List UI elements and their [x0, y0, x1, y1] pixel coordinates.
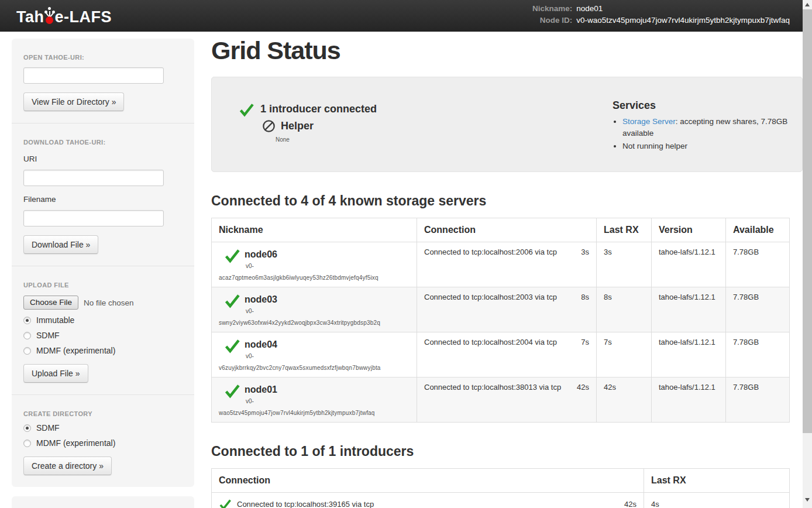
node-id-hash: v6zuyjkbrrkqy2bvc2cny7qwax5sxumedsxfzfjw… [219, 365, 410, 371]
last-rx-value: 8s [597, 287, 652, 332]
scroll-down-button[interactable] [803, 495, 812, 504]
upload-format-sdmf[interactable]: SDMF [23, 331, 183, 340]
nickname-value: node01 [576, 4, 790, 14]
node-id-value: v0-wao5tzv45pmoju47jow7rvl4ukirjm5ytbh2k… [576, 16, 790, 26]
page-title: Grid Status [211, 36, 803, 65]
connection-age: 3s [581, 248, 589, 256]
node-id-prefix: v0- [246, 263, 410, 269]
node-id-prefix: v0- [246, 353, 410, 359]
scroll-up-button[interactable] [803, 0, 812, 9]
version-value: tahoe-lafs/1.12.1 [652, 242, 726, 287]
filename-field-label: Filename [23, 195, 183, 204]
radio-mkdir-mdmf-label: MDMF (experimental) [36, 438, 115, 448]
no-helper-icon [262, 119, 276, 133]
top-navbar: Tahe-LAFS Nickname: node01 Node ID: v0-w… [0, 0, 803, 32]
connection-age: 42s [624, 498, 636, 508]
upload-format-immutable[interactable]: Immutable [23, 315, 183, 325]
helper-value: None [276, 136, 290, 143]
radio-mkdir-sdmf-icon[interactable] [23, 424, 31, 432]
vertical-scrollbar[interactable] [803, 0, 812, 508]
node-id-hash: wao5tzv45pmoju47jow7rvl4ukirjm5ytbh2kjty… [219, 410, 410, 416]
storage-server-link[interactable]: Storage Server [622, 117, 676, 126]
node-id-label: Node ID: [532, 16, 572, 26]
services-title: Services [613, 99, 800, 112]
introducers-table: Connection Last RX Connected to tcp:loca… [211, 468, 790, 508]
connection-age: 8s [581, 293, 589, 301]
create-directory-section: CREATE DIRECTORY SDMF MDMF (experimental… [12, 394, 194, 487]
tahoe-logo-icon [44, 5, 55, 26]
view-file-button[interactable]: View File or Directory » [23, 92, 124, 111]
check-icon [224, 383, 240, 399]
table-row: node01 v0- wao5tzv45pmoju47jow7rvl4ukirj… [212, 377, 790, 423]
col-connection: Connection [417, 218, 597, 242]
connection-text: Connected to tcp:localhost:38013 via tcp [424, 383, 561, 392]
version-value: tahoe-lafs/1.12.1 [652, 377, 726, 423]
file-chosen-status: No file chosen [84, 298, 134, 307]
col-version: Version [652, 218, 726, 242]
node-info: Nickname: node01 Node ID: v0-wao5tzv45pm… [532, 4, 790, 26]
available-value: 7.78GB [726, 242, 790, 287]
table-row: node03 v0- swny2viyw63ofxwi4x2yykd2woqjb… [212, 287, 790, 332]
connection-age: 42s [577, 383, 589, 392]
node-id-prefix: v0- [246, 398, 410, 404]
node-id-hash: swny2viyw63ofxwi4x2yykd2woqjbpx3cw34xtri… [219, 320, 410, 326]
open-uri-input[interactable] [23, 67, 164, 84]
upload-format-mdmf[interactable]: MDMF (experimental) [23, 346, 183, 355]
radio-immutable-icon[interactable] [23, 317, 31, 324]
col-available: Available [726, 218, 790, 242]
node-nickname: node04 [245, 338, 277, 350]
choose-file-button[interactable]: Choose File [23, 296, 78, 310]
node-nickname: node01 [245, 383, 277, 395]
storage-servers-table: Nickname Connection Last RX Version Avai… [211, 218, 790, 423]
introducers-table-header: Connection Last RX [212, 469, 790, 493]
node-nickname: node03 [245, 293, 277, 305]
connection-age: 7s [581, 338, 589, 346]
radio-mdmf-icon[interactable] [23, 347, 31, 355]
col-nickname: Nickname [212, 218, 417, 242]
radio-immutable-label: Immutable [36, 315, 74, 325]
available-value: 7.78GB [726, 332, 790, 377]
radio-sdmf-icon[interactable] [23, 332, 31, 339]
open-uri-label: OPEN TAHOE-URI: [23, 54, 183, 61]
mkdir-format-mdmf[interactable]: MDMF (experimental) [23, 438, 183, 448]
radio-sdmf-label: SDMF [36, 331, 60, 340]
col-last-rx: Last RX [644, 469, 790, 493]
radio-mkdir-sdmf-label: SDMF [36, 423, 60, 433]
create-directory-button[interactable]: Create a directory » [23, 456, 112, 475]
create-directory-label: CREATE DIRECTORY [23, 410, 183, 417]
introducer-status: 1 introducer connected [260, 102, 377, 115]
uri-field-label: URI [23, 155, 183, 163]
table-row: node04 v0- v6zuyjkbrrkqy2bvc2cny7qwax5sx… [212, 332, 790, 377]
table-row: node06 v0- acaz7qptmeo6m3asjlgkb6iwlyuqe… [212, 242, 790, 287]
table-row: Connected to tcp:localhost:39165 via tcp… [212, 493, 790, 508]
last-rx-value: 7s [597, 332, 652, 377]
helper-title: Helper [281, 120, 314, 132]
check-icon [224, 293, 240, 309]
download-filename-input[interactable] [23, 210, 164, 226]
upload-file-button[interactable]: Upload File » [23, 364, 88, 383]
download-file-button[interactable]: Download File » [23, 235, 98, 254]
brand-logo[interactable]: Tahe-LAFS [16, 5, 112, 26]
available-value: 7.78GB [726, 287, 790, 332]
scroll-up-icon [805, 3, 810, 6]
brand-text-pre: Tah [16, 8, 44, 26]
version-value: tahoe-lafs/1.12.1 [652, 287, 726, 332]
available-value: 7.78GB [726, 377, 790, 423]
col-last-rx: Last RX [597, 218, 652, 242]
mkdir-format-sdmf[interactable]: SDMF [23, 423, 183, 433]
connection-text: Connected to tcp:localhost:39165 via tcp [237, 498, 374, 508]
last-rx-value: 42s [597, 377, 652, 423]
radio-mkdir-mdmf-icon[interactable] [23, 440, 31, 447]
check-icon [219, 498, 232, 508]
sidebar: OPEN TAHOE-URI: View File or Directory »… [12, 39, 194, 508]
storage-table-header: Nickname Connection Last RX Version Avai… [212, 218, 790, 242]
scroll-down-icon [805, 498, 810, 502]
brand-text-post: e-LAFS [55, 8, 112, 26]
download-uri-input[interactable] [23, 170, 164, 186]
service-item-storage: Storage Server: accepting new shares, 7.… [622, 116, 800, 139]
service-item-helper: Not running helper [622, 140, 800, 152]
sidebar-forms-box: OPEN TAHOE-URI: View File or Directory »… [12, 39, 194, 487]
scrollbar-thumb[interactable] [803, 9, 812, 433]
tools-box: TOOLS Recent and Active Operations [12, 496, 194, 508]
nickname-label: Nickname: [532, 4, 572, 14]
